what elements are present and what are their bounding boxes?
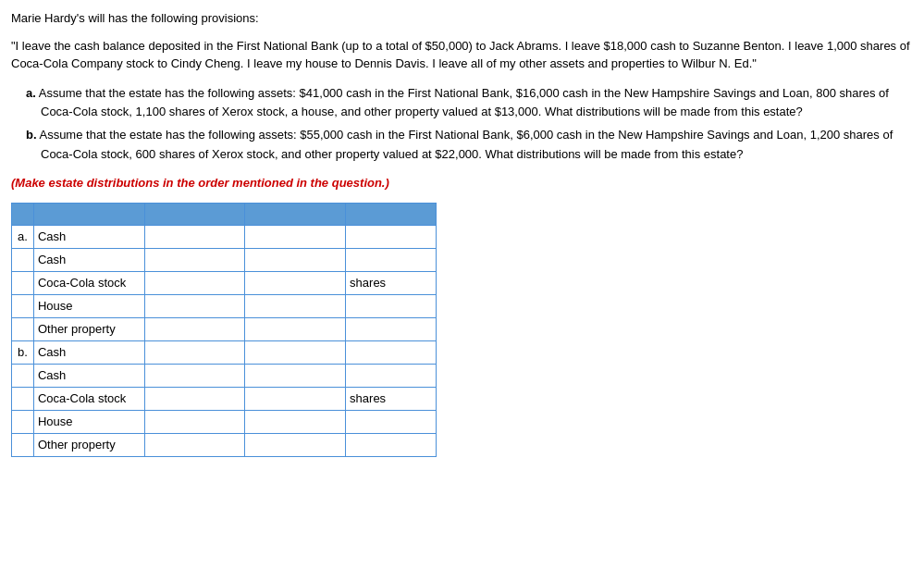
table-row: Coca-Cola stock shares: [12, 271, 437, 294]
input-a1-col1-field[interactable]: [149, 228, 241, 246]
input-a4-col1-field[interactable]: [149, 297, 241, 315]
table-header-row: [12, 203, 437, 225]
input-a5-col1[interactable]: [144, 317, 245, 340]
input-a4-col1[interactable]: [144, 294, 245, 317]
input-a4-col2-field[interactable]: [249, 297, 341, 315]
input-a3-col2[interactable]: [245, 271, 346, 294]
input-a4-col2[interactable]: [245, 294, 346, 317]
question-a: a. Assume that the estate has the follow…: [26, 84, 913, 123]
input-a5-col2-field[interactable]: [249, 320, 341, 339]
input-b4-col2[interactable]: [245, 410, 346, 433]
section-a3-empty: [12, 294, 34, 317]
asset-b3: Coca-Cola stock: [33, 387, 144, 410]
table-row: House: [12, 294, 437, 317]
input-b5-col1[interactable]: [144, 433, 245, 456]
input-a3-col2-field[interactable]: [249, 274, 341, 292]
header-col-shares: [346, 203, 437, 225]
input-b5-col1-field[interactable]: [149, 436, 241, 454]
shares-b1: [346, 340, 437, 364]
section-b4-empty: [12, 433, 34, 456]
asset-b5: Other property: [33, 433, 144, 456]
input-a5-col1-field[interactable]: [149, 320, 241, 339]
section-b-label: b.: [12, 340, 34, 364]
shares-b4: [346, 410, 437, 433]
section-b1-empty: [12, 364, 34, 387]
input-b2-col2[interactable]: [245, 364, 346, 387]
input-b2-col2-field[interactable]: [249, 366, 341, 385]
section-b2-empty: [12, 387, 34, 410]
input-a2-col1[interactable]: [144, 248, 245, 271]
question-a-label: a.: [26, 86, 36, 100]
section-a4-empty: [12, 317, 34, 340]
input-b1-col2[interactable]: [245, 340, 346, 364]
shares-a2: [346, 248, 437, 271]
asset-a4: House: [33, 294, 144, 317]
input-b3-col1[interactable]: [144, 387, 245, 410]
instruction-text: (Make estate distributions in the order …: [11, 176, 913, 190]
question-a-body: Assume that the estate has the following…: [39, 86, 889, 119]
asset-a1: Cash: [33, 225, 144, 248]
input-b4-col2-field[interactable]: [249, 413, 341, 431]
asset-a2: Cash: [33, 248, 144, 271]
asset-b1: Cash: [33, 340, 144, 364]
header-col-asset: [33, 203, 144, 225]
question-b-body: Assume that the estate has the following…: [39, 128, 893, 161]
table-row: Cash: [12, 364, 437, 387]
table-row: Other property: [12, 433, 437, 456]
input-a5-col2[interactable]: [245, 317, 346, 340]
input-a1-col1[interactable]: [144, 225, 245, 248]
input-b3-col2-field[interactable]: [249, 390, 341, 408]
asset-a3: Coca-Cola stock: [33, 271, 144, 294]
input-b1-col1[interactable]: [144, 340, 245, 364]
asset-b2: Cash: [33, 364, 144, 387]
table-row: Coca-Cola stock shares: [12, 387, 437, 410]
input-a2-col2-field[interactable]: [249, 251, 341, 269]
table-row: House: [12, 410, 437, 433]
input-a2-col1-field[interactable]: [149, 251, 241, 269]
shares-a1: [346, 225, 437, 248]
question-b: b. Assume that the estate has the follow…: [26, 126, 913, 165]
question-block: a. Assume that the estate has the follow…: [11, 84, 913, 165]
shares-b5: [346, 433, 437, 456]
section-b3-empty: [12, 410, 34, 433]
section-a-label: a.: [12, 225, 34, 248]
shares-a5: [346, 317, 437, 340]
input-a1-col2[interactable]: [245, 225, 346, 248]
input-a3-col1-field[interactable]: [149, 274, 241, 292]
input-b2-col1[interactable]: [144, 364, 245, 387]
shares-b2: [346, 364, 437, 387]
intro-text: Marie Hardy's will has the following pro…: [11, 9, 913, 28]
input-b4-col1-field[interactable]: [149, 413, 241, 431]
shares-b3: shares: [346, 387, 437, 410]
input-b5-col2[interactable]: [245, 433, 346, 456]
asset-a5: Other property: [33, 317, 144, 340]
quote-block: "I leave the cash balance deposited in t…: [11, 37, 913, 73]
header-col-input1: [144, 203, 245, 225]
input-b3-col2[interactable]: [245, 387, 346, 410]
section-a1-empty: [12, 248, 34, 271]
shares-a3: shares: [346, 271, 437, 294]
input-b4-col1[interactable]: [144, 410, 245, 433]
input-b2-col1-field[interactable]: [149, 366, 241, 385]
header-col-section: [12, 203, 34, 225]
input-b3-col1-field[interactable]: [149, 390, 241, 408]
input-a1-col2-field[interactable]: [249, 228, 341, 246]
input-b1-col1-field[interactable]: [149, 343, 241, 362]
section-a2-empty: [12, 271, 34, 294]
input-a3-col1[interactable]: [144, 271, 245, 294]
asset-b4: House: [33, 410, 144, 433]
table-row: a. Cash: [12, 225, 437, 248]
quote-text: "I leave the cash balance deposited in t…: [11, 39, 910, 71]
input-b1-col2-field[interactable]: [249, 343, 341, 362]
table-row: b. Cash: [12, 340, 437, 364]
question-b-label: b.: [26, 128, 37, 142]
input-a2-col2[interactable]: [245, 248, 346, 271]
distribution-table-container: a. Cash Cash Coca-Cola stock shares: [11, 203, 437, 457]
header-col-input2: [245, 203, 346, 225]
distribution-table: a. Cash Cash Coca-Cola stock shares: [11, 203, 437, 457]
table-row: Other property: [12, 317, 437, 340]
input-b5-col2-field[interactable]: [249, 436, 341, 454]
table-row: Cash: [12, 248, 437, 271]
shares-a4: [346, 294, 437, 317]
